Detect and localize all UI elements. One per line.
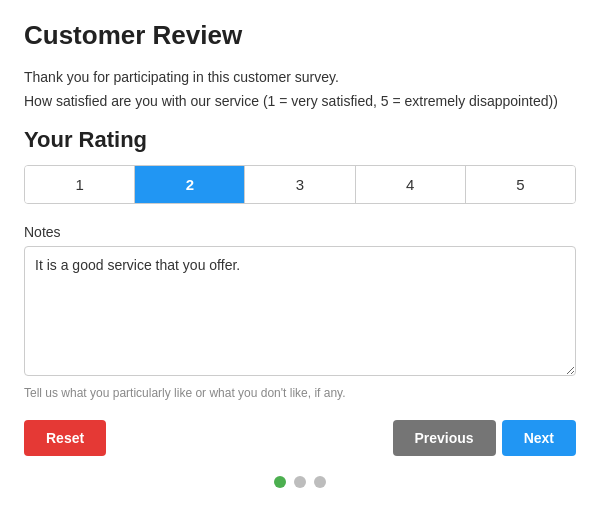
rating-option-5[interactable]: 5 <box>466 166 575 203</box>
rating-section-title: Your Rating <box>24 127 576 153</box>
subtitle1: Thank you for participating in this cust… <box>24 69 576 85</box>
nav-buttons: Previous Next <box>393 420 577 456</box>
button-row: Reset Previous Next <box>24 420 576 456</box>
pagination-dot-2 <box>294 476 306 488</box>
pagination-dot-1 <box>274 476 286 488</box>
previous-button[interactable]: Previous <box>393 420 496 456</box>
rating-option-4[interactable]: 4 <box>356 166 466 203</box>
subtitle2: How satisfied are you with our service (… <box>24 93 576 109</box>
pagination-dot-3 <box>314 476 326 488</box>
reset-button[interactable]: Reset <box>24 420 106 456</box>
pagination-dots <box>24 476 576 488</box>
rating-option-1[interactable]: 1 <box>25 166 135 203</box>
notes-textarea[interactable] <box>24 246 576 376</box>
rating-option-3[interactable]: 3 <box>245 166 355 203</box>
rating-option-2[interactable]: 2 <box>135 166 245 203</box>
page-title: Customer Review <box>24 20 576 51</box>
notes-hint: Tell us what you particularly like or wh… <box>24 386 576 400</box>
notes-label: Notes <box>24 224 576 240</box>
rating-group: 12345 <box>24 165 576 204</box>
next-button[interactable]: Next <box>502 420 576 456</box>
